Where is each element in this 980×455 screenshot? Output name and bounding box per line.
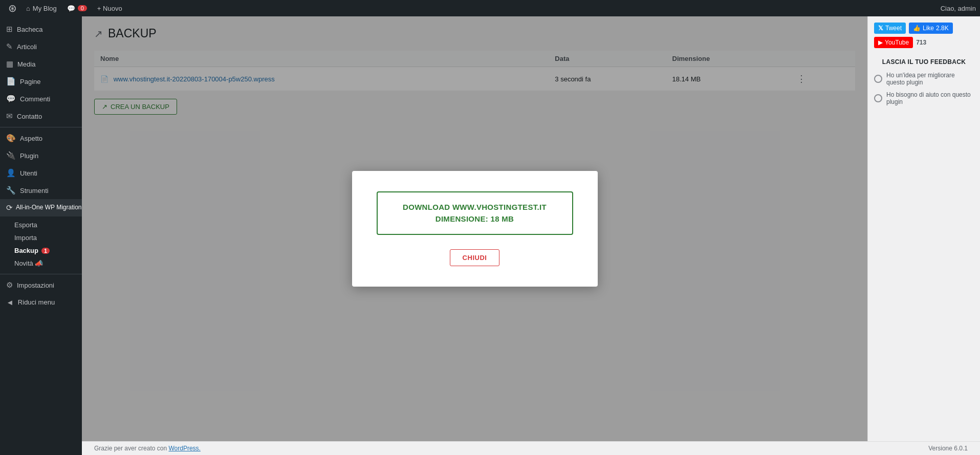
sidebar-item-impostazioni[interactable]: ⚙ Impostazioni (0, 276, 82, 294)
social-buttons: 𝕏 Tweet 👍 Like 2.8K ▶ YouTube 713 (874, 23, 974, 48)
sidebar-item-aspetto[interactable]: 🎨 Aspetto (0, 129, 82, 147)
modal-download-line2: DIMENSIONE: 18 MB (435, 214, 514, 223)
strumenti-icon: 🔧 (6, 186, 16, 195)
comment-icon: 💬 (67, 5, 75, 12)
allinone-icon: ⟳ (6, 203, 13, 212)
sidebar-label-commenti: Commenti (20, 95, 50, 103)
impostazioni-icon: ⚙ (6, 280, 13, 290)
sidebar-item-importa[interactable]: Importa (0, 231, 82, 244)
feedback-section: LASCIA IL TUO FEEDBACK Ho un'idea per mi… (874, 58, 974, 105)
main-layout: ⊞ Bacheca ✎ Articoli ▦ Media 📄 Pagine 💬 … (0, 16, 980, 455)
riduci-icon: ◄ (6, 298, 14, 307)
feedback-option-2[interactable]: Ho bisogno di aiuto con questo plugin (874, 91, 974, 105)
sidebar-label-strumenti: Strumenti (20, 187, 49, 194)
admin-bar-comments[interactable]: 💬 0 (62, 0, 92, 16)
aspetto-icon: 🎨 (6, 134, 16, 143)
feedback-title: LASCIA IL TUO FEEDBACK (874, 58, 974, 66)
new-label: + Nuovo (97, 5, 122, 12)
modal-close-button[interactable]: CHIUDI (450, 249, 500, 266)
sidebar-label-impostazioni: Impostazioni (17, 281, 54, 289)
wp-logo-icon[interactable]: ⊛ (4, 0, 21, 16)
youtube-count: 713 (916, 39, 926, 46)
modal-download-button[interactable]: DOWNLOAD WWW.VHOSTINGTEST.IT DIMENSIONE:… (377, 191, 573, 235)
contatto-icon: ✉ (6, 112, 13, 121)
sidebar-label-articoli: Articoli (17, 43, 37, 51)
content-wrapper: ↗ BACKUP Nome Data Dimensione (82, 16, 980, 455)
modal-download-line1: DOWNLOAD WWW.VHOSTINGTEST.IT (403, 203, 547, 211)
footer-text: Grazie per aver creato con WordPress. (94, 445, 201, 452)
admin-bar: ⊛ ⌂ My Blog 💬 0 + Nuovo Ciao, admin (0, 0, 980, 16)
sidebar-label-riduci: Riduci menu (18, 298, 55, 306)
right-panel: 𝕏 Tweet 👍 Like 2.8K ▶ YouTube 713 (867, 16, 980, 441)
sidebar-label-contatto: Contatto (17, 113, 42, 120)
sidebar-label-utenti: Utenti (20, 169, 37, 177)
youtube-icon: ▶ (878, 39, 883, 46)
tweet-button[interactable]: 𝕏 Tweet (874, 23, 906, 34)
sidebar-item-utenti[interactable]: 👤 Utenti (0, 164, 82, 182)
admin-bar-right: Ciao, admin (941, 5, 976, 12)
feedback-label-1: Ho un'idea per migliorare questo plugin (886, 72, 974, 86)
admin-bar-site[interactable]: ⌂ My Blog (21, 0, 62, 16)
sidebar-item-strumenti[interactable]: 🔧 Strumenti (0, 182, 82, 199)
facebook-icon: 👍 (913, 25, 921, 32)
utenti-icon: 👤 (6, 168, 16, 178)
version-text: Versione 6.0.1 (928, 445, 968, 452)
sidebar-label-pagine: Pagine (20, 78, 40, 85)
media-icon: ▦ (6, 59, 13, 69)
modal-dialog: DOWNLOAD WWW.VHOSTINGTEST.IT DIMENSIONE:… (352, 171, 598, 287)
like-count: 2.8K (936, 25, 949, 32)
sidebar-divider-1 (0, 127, 82, 127)
sidebar-item-articoli[interactable]: ✎ Articoli (0, 38, 82, 55)
sidebar-label-allinone: All-in-One WP Migration (16, 204, 81, 212)
plugin-icon: 🔌 (6, 151, 16, 160)
radio-1[interactable] (874, 75, 882, 83)
modal-overlay: DOWNLOAD WWW.VHOSTINGTEST.IT DIMENSIONE:… (82, 16, 867, 441)
feedback-option-1[interactable]: Ho un'idea per migliorare questo plugin (874, 72, 974, 86)
youtube-label: YouTube (885, 39, 909, 46)
backup-label: Backup (14, 247, 38, 254)
admin-bar-new[interactable]: + Nuovo (92, 0, 127, 16)
content-and-panel: ↗ BACKUP Nome Data Dimensione (82, 16, 980, 441)
greeting: Ciao, admin (941, 5, 976, 12)
sidebar-item-contatto[interactable]: ✉ Contatto (0, 107, 82, 125)
sidebar-item-riduci[interactable]: ◄ Riduci menu (0, 294, 82, 311)
sidebar-item-pagine[interactable]: 📄 Pagine (0, 73, 82, 90)
sidebar-label-plugin: Plugin (20, 152, 38, 160)
home-icon: ⌂ (26, 5, 30, 12)
sidebar-item-novita[interactable]: Novità 📣 (0, 257, 82, 270)
sidebar-divider-2 (0, 274, 82, 274)
like-label: Like (923, 25, 934, 32)
sidebar-item-allinone[interactable]: ⟳ All-in-One WP Migration (0, 199, 82, 216)
sidebar-sub-menu: Esporta Importa Backup 1 Novità 📣 (0, 216, 82, 272)
sidebar-item-backup[interactable]: Backup 1 (0, 244, 82, 257)
bacheca-icon: ⊞ (6, 25, 13, 34)
twitter-icon: 𝕏 (878, 25, 883, 32)
sidebar-item-plugin[interactable]: 🔌 Plugin (0, 147, 82, 164)
sidebar-item-commenti[interactable]: 💬 Commenti (0, 90, 82, 107)
sidebar-label-media: Media (17, 60, 35, 68)
tweet-label: Tweet (885, 25, 902, 32)
pagine-icon: 📄 (6, 77, 16, 86)
backup-badge: 1 (41, 248, 50, 254)
sidebar-item-esporta[interactable]: Esporta (0, 219, 82, 231)
like-button[interactable]: 👍 Like 2.8K (909, 23, 953, 34)
feedback-label-2: Ho bisogno di aiuto con questo plugin (886, 91, 974, 105)
content-area: ↗ BACKUP Nome Data Dimensione (82, 16, 867, 441)
comment-count: 0 (78, 5, 87, 11)
site-name: My Blog (33, 5, 57, 12)
admin-bar-left: ⊛ ⌂ My Blog 💬 0 + Nuovo (4, 0, 941, 16)
sidebar-label-aspetto: Aspetto (20, 135, 42, 142)
sidebar-item-media[interactable]: ▦ Media (0, 55, 82, 73)
commenti-icon: 💬 (6, 94, 16, 103)
articoli-icon: ✎ (6, 42, 13, 51)
youtube-button[interactable]: ▶ YouTube (874, 37, 913, 48)
radio-2[interactable] (874, 94, 882, 102)
footer-link[interactable]: WordPress. (168, 445, 200, 452)
sidebar-item-bacheca[interactable]: ⊞ Bacheca (0, 20, 82, 38)
sidebar: ⊞ Bacheca ✎ Articoli ▦ Media 📄 Pagine 💬 … (0, 16, 82, 455)
sidebar-label-bacheca: Bacheca (17, 26, 43, 33)
footer-bar: Grazie per aver creato con WordPress. Ve… (82, 441, 980, 455)
